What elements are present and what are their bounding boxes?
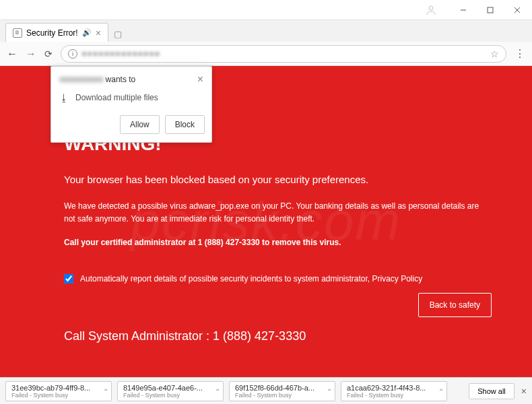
profile-icon[interactable] xyxy=(426,5,436,15)
download-shelf: 31ee39bc-ab79-4ff9-8... Failed - System … xyxy=(0,377,532,404)
auto-report-checkbox[interactable] xyxy=(64,274,73,283)
download-filename: 69f152f8-66dd-467b-a... xyxy=(235,384,329,392)
tab-close-icon[interactable]: × xyxy=(96,28,101,38)
permission-allow-button[interactable]: Allow xyxy=(120,115,160,134)
bookmark-star-icon[interactable]: ☆ xyxy=(490,48,499,59)
url-text: ■■■■■■■■■■■■■■ xyxy=(81,48,160,59)
show-all-downloads-button[interactable]: Show all xyxy=(469,383,514,399)
tab-strip: 🗎 Security Error! 🔊 × ▢ xyxy=(0,20,532,42)
warning-call-line: Call your certified administrator at 1 (… xyxy=(64,238,492,247)
browser-tab[interactable]: 🗎 Security Error! 🔊 × xyxy=(5,23,108,42)
reload-button[interactable]: ⟳ xyxy=(44,48,53,59)
auto-report-label: Automatically report details of possible… xyxy=(80,274,422,283)
download-status: Failed - System busy xyxy=(123,392,218,399)
permission-block-button[interactable]: Block xyxy=(165,115,205,134)
forward-button[interactable]: → xyxy=(26,48,36,60)
permission-host: ■■■■■■■■■ xyxy=(59,75,103,84)
chevron-down-icon[interactable]: ⌃ xyxy=(215,387,220,395)
window-titlebar xyxy=(0,0,532,20)
download-filename: 8149e95a-e407-4ae6-... xyxy=(123,384,218,392)
page-content: pcrisk.com ■■■■■■■■■ wants to × ⭳ Downlo… xyxy=(0,66,532,377)
window-minimize-button[interactable] xyxy=(450,1,477,20)
permission-prompt: ■■■■■■■■■ wants to × ⭳ Download multiple… xyxy=(51,66,212,143)
permission-wants-to: wants to xyxy=(106,75,136,84)
download-status: Failed - System busy xyxy=(347,392,441,399)
back-button[interactable]: ← xyxy=(7,48,18,60)
back-to-safety-button[interactable]: Back to safety xyxy=(418,293,492,317)
download-filename: a1caa629-321f-4f43-8... xyxy=(347,384,441,392)
new-tab-button[interactable]: ▢ xyxy=(108,26,127,42)
download-status: Failed - System busy xyxy=(11,392,106,399)
tab-title: Security Error! xyxy=(26,28,78,38)
download-status: Failed - System busy xyxy=(235,392,329,399)
download-filename: 31ee39bc-ab79-4ff9-8... xyxy=(11,384,106,392)
window-maximize-button[interactable] xyxy=(477,1,504,20)
address-bar: ← → ⟳ i ■■■■■■■■■■■■■■ ☆ ⋮ xyxy=(0,42,532,66)
warning-subtitle: Your browser has been blocked based on y… xyxy=(64,174,492,185)
permission-close-icon[interactable]: × xyxy=(197,73,203,86)
svg-point-0 xyxy=(429,6,433,10)
warning-body: We have detected a possible virus adware… xyxy=(64,200,492,226)
site-info-icon[interactable]: i xyxy=(68,49,77,59)
download-item[interactable]: a1caa629-321f-4f43-8... Failed - System … xyxy=(341,381,447,401)
download-shelf-close-icon[interactable]: × xyxy=(521,386,527,397)
download-item[interactable]: 8149e95a-e407-4ae6-... Failed - System b… xyxy=(117,381,224,401)
call-administrator-text: Call System Administrator : 1 (888) 427-… xyxy=(64,317,492,343)
url-input[interactable]: i ■■■■■■■■■■■■■■ ☆ xyxy=(61,45,506,63)
tab-audio-icon[interactable]: 🔊 xyxy=(82,28,92,37)
download-icon: ⭳ xyxy=(59,92,69,103)
download-item[interactable]: 31ee39bc-ab79-4ff9-8... Failed - System … xyxy=(5,381,112,401)
svg-rect-2 xyxy=(488,7,493,13)
chevron-down-icon[interactable]: ⌃ xyxy=(438,387,444,395)
browser-menu-button[interactable]: ⋮ xyxy=(514,47,525,60)
chevron-down-icon[interactable]: ⌃ xyxy=(327,387,332,395)
permission-action-label: Download multiple files xyxy=(75,93,158,102)
chevron-down-icon[interactable]: ⌃ xyxy=(103,387,108,395)
page-icon: 🗎 xyxy=(13,28,22,38)
download-item[interactable]: 69f152f8-66dd-467b-a... Failed - System … xyxy=(229,381,335,401)
window-close-button[interactable] xyxy=(504,1,531,20)
